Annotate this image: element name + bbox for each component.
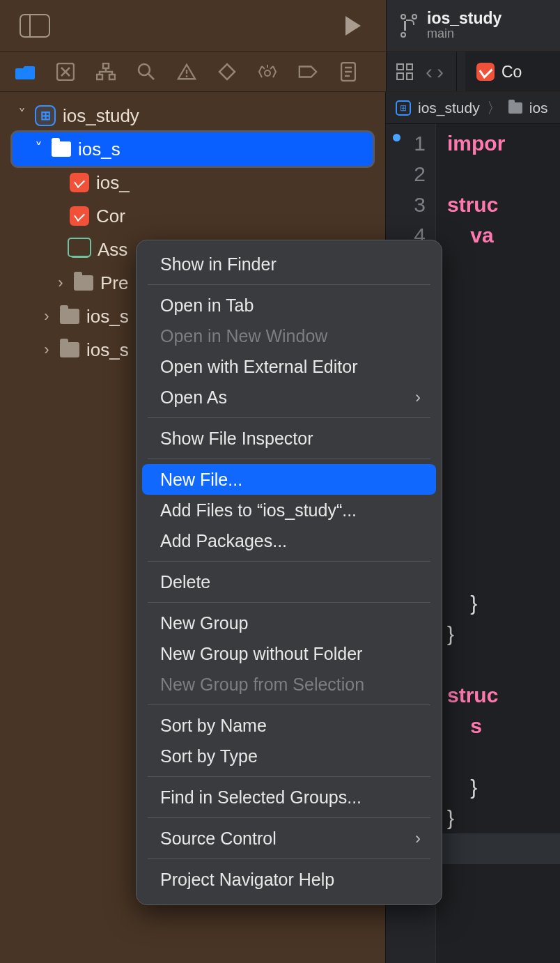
folder-icon [52,141,71,157]
menu-sort-by-type[interactable]: Sort by Type [142,741,436,771]
divider [456,52,457,91]
file-label: Ass [98,239,127,261]
chevron-down-icon: ˅ [32,140,45,158]
file-label: ios_ [96,172,130,194]
chevron-right-icon: › [54,274,67,292]
folder-label: Pre [100,272,128,294]
chevron-right-icon: › [40,307,53,325]
branch-name: main [427,27,501,41]
menu-sort-by-name[interactable]: Sort by Name [142,710,436,741]
menu-new-group-from-selection: New Group from Selection [142,669,436,700]
issue-navigator-icon[interactable] [177,62,196,82]
menu-separator [148,704,430,705]
breadcrumb[interactable]: ⊞ ios_study 〉 ios [386,92,560,124]
menu-new-group[interactable]: New Group [142,608,436,638]
breakpoint-navigator-icon[interactable] [298,62,318,82]
file-label: Cor [96,206,125,227]
svg-rect-2 [97,75,102,79]
menu-open-as[interactable]: Open As › [142,382,436,413]
context-menu: Show in Finder Open in Tab Open in New W… [136,240,442,905]
editor-tab[interactable]: Co [465,52,560,91]
svg-point-4 [139,64,150,75]
selected-folder-row[interactable]: ˅ ios_s [13,132,373,166]
menu-separator [148,858,430,859]
folder-icon [60,309,79,324]
swift-file-icon [70,173,89,192]
swift-file-row[interactable]: ios_ [0,166,385,199]
source-control-navigator-icon[interactable] [56,62,75,82]
menu-separator [148,602,430,603]
report-navigator-icon[interactable] [339,62,358,82]
menu-separator [148,417,430,418]
swift-file-icon [70,206,89,226]
window-toolbar: ios_study main [0,0,560,52]
nav-forward-icon[interactable]: › [437,61,444,82]
toggle-navigator-icon[interactable] [20,14,50,38]
breadcrumb-folder: ios [529,100,548,116]
tab-label: Co [501,63,522,82]
run-button[interactable] [345,16,361,36]
menu-project-navigator-help[interactable]: Project Navigator Help [142,864,436,895]
folder-label: ios_s [86,339,129,361]
git-branch-icon [399,14,417,38]
project-navigator-icon[interactable] [15,62,35,82]
swift-file-row[interactable]: Cor [0,199,385,233]
menu-new-group-without-folder[interactable]: New Group without Folder [142,638,436,669]
menu-add-files[interactable]: Add Files to “ios_study“... [142,495,436,525]
folder-label: ios_s [78,139,120,160]
submenu-indicator-icon: › [415,829,421,848]
menu-show-in-finder[interactable]: Show in Finder [142,249,436,279]
breadcrumb-separator: 〉 [487,98,501,118]
related-items-icon[interactable] [396,63,413,80]
svg-point-5 [186,75,188,77]
test-navigator-icon[interactable] [217,62,237,82]
menu-separator [148,776,430,777]
chevron-down-icon: ˅ [15,107,28,125]
submenu-indicator-icon: › [415,387,421,407]
menu-new-file[interactable]: New File... [142,464,436,495]
menu-add-packages[interactable]: Add Packages... [142,525,436,556]
menu-open-in-new-window: Open in New Window [142,321,436,351]
swift-file-icon [476,63,495,81]
nav-back-icon[interactable]: ‹ [426,61,433,82]
repo-name: ios_study [427,10,501,27]
code-text[interactable]: impor struc va [436,124,560,963]
svg-point-6 [265,70,270,76]
project-root-row[interactable]: ˅ ⊞ ios_study [0,99,385,132]
menu-separator [148,561,430,562]
project-name-label: ios_study [63,105,139,127]
menu-separator [148,459,430,459]
assets-icon [70,241,91,258]
menu-separator [148,817,430,818]
svg-rect-1 [103,63,109,68]
chevron-right-icon: › [40,341,53,359]
symbol-navigator-icon[interactable] [96,62,116,82]
menu-separator [148,284,430,285]
menu-show-file-inspector[interactable]: Show File Inspector [142,423,436,454]
menu-find-in-selected-groups[interactable]: Find in Selected Groups... [142,782,436,812]
svg-rect-3 [109,75,115,79]
xcode-project-icon: ⊞ [396,100,411,116]
folder-icon [508,102,522,114]
folder-label: ios_s [86,306,129,328]
menu-delete[interactable]: Delete [142,567,436,597]
breadcrumb-project: ios_study [418,100,480,116]
folder-icon [74,275,93,291]
menu-open-in-tab[interactable]: Open in Tab [142,290,436,321]
menu-open-external-editor[interactable]: Open with External Editor [142,351,436,382]
menu-source-control[interactable]: Source Control › [142,823,436,854]
find-navigator-icon[interactable] [137,62,156,82]
xcode-project-icon: ⊞ [35,105,56,126]
modified-indicator-icon [393,134,400,141]
folder-icon [60,342,79,357]
navigator-selector-bar: ‹ › Co [0,52,560,92]
debug-navigator-icon[interactable] [258,62,277,82]
branch-indicator[interactable]: ios_study main [386,0,560,51]
